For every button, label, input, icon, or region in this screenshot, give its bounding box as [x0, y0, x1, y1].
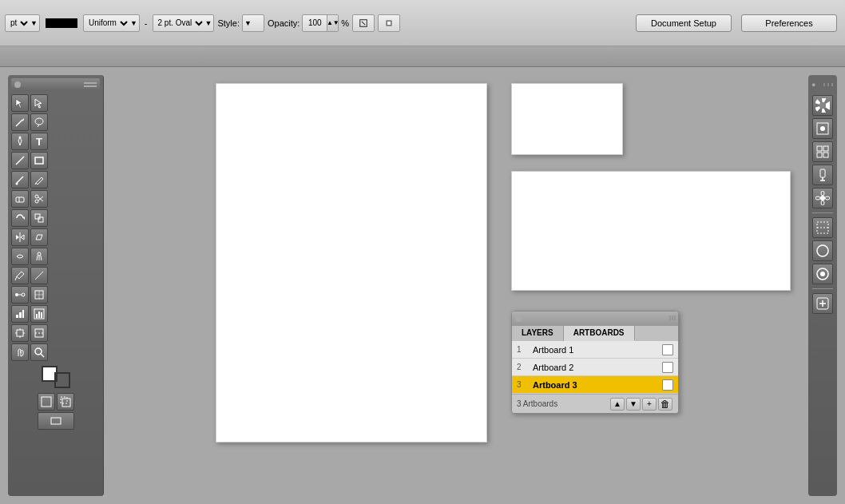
pen-icon: [14, 136, 26, 147]
zoom-tool[interactable]: [30, 343, 48, 361]
slice-tool[interactable]: [30, 324, 48, 342]
magic-wand-tool[interactable]: [11, 113, 29, 131]
puppet-warp-tool[interactable]: [30, 248, 48, 265]
svg-rect-51: [61, 397, 67, 403]
tab-layers[interactable]: LAYERS: [512, 326, 564, 341]
icon-btn-1[interactable]: [352, 14, 375, 32]
svg-rect-10: [35, 157, 43, 164]
shear-tool[interactable]: [30, 228, 48, 246]
icon2-svg: [385, 18, 393, 29]
icon1-svg: [359, 18, 367, 29]
stroke-type-select[interactable]: Uniform: [85, 15, 130, 31]
panel-resize-handle[interactable]: [84, 82, 97, 87]
stroke-panel-btn[interactable]: [812, 217, 833, 238]
transform-panel-btn[interactable]: [812, 264, 833, 284]
grid-panel-btn[interactable]: [812, 141, 833, 162]
scale-icon: [34, 212, 45, 224]
plugins-panel-btn[interactable]: [812, 165, 833, 185]
right-panel-resize-icon[interactable]: [823, 81, 834, 88]
right-panel-divider-2: [812, 288, 833, 289]
zoom-icon: [34, 347, 45, 358]
style-selector[interactable]: ▼: [242, 14, 264, 32]
tool-row-1: [11, 94, 100, 112]
svg-marker-5: [22, 118, 24, 121]
lasso-tool[interactable]: [30, 113, 48, 131]
add-panel-btn[interactable]: [812, 293, 833, 314]
opacity-input[interactable]: 100: [303, 15, 327, 31]
pencil-tool[interactable]: [30, 171, 48, 189]
brush-panel-btn[interactable]: [812, 118, 833, 139]
artboard-row-1[interactable]: 1 Artboard 1: [512, 341, 678, 359]
graph-tool[interactable]: [11, 305, 29, 323]
hand-tool[interactable]: [11, 343, 29, 361]
right-panel-dot: ●: [811, 81, 815, 89]
rotate-tool[interactable]: [11, 209, 29, 227]
appearance-panel-btn[interactable]: [812, 240, 833, 261]
artboard-name-3: Artboard 3: [533, 380, 657, 390]
fill-stroke-area: [11, 366, 100, 388]
eraser-tool[interactable]: [11, 190, 29, 208]
icon-btn-2[interactable]: [378, 14, 400, 32]
move-down-button[interactable]: ▼: [626, 398, 641, 411]
text-tool[interactable]: T: [30, 133, 48, 150]
normal-mode[interactable]: [38, 393, 55, 411]
chart-tool[interactable]: [30, 305, 48, 323]
svg-rect-63: [817, 146, 822, 151]
delete-artboard-button[interactable]: 🗑: [658, 398, 672, 411]
svg-rect-49: [42, 397, 51, 407]
artboard-icon-2: [662, 362, 673, 373]
behind-mode[interactable]: [57, 393, 74, 411]
panel-resize-handle[interactable]: [668, 314, 676, 322]
svg-rect-37: [36, 314, 38, 318]
document-setup-button[interactable]: Document Setup: [636, 14, 732, 32]
blend-tool[interactable]: [11, 286, 29, 304]
measure-tool[interactable]: [30, 267, 48, 284]
svg-line-24: [15, 276, 17, 280]
stroke-size-select[interactable]: 2 pt. Oval: [155, 15, 205, 31]
svg-point-73: [815, 196, 820, 200]
mesh-tool[interactable]: [30, 286, 48, 304]
tool-row-8: [11, 228, 100, 246]
scissors-icon: [34, 193, 45, 204]
warp-tool[interactable]: [11, 248, 29, 265]
scissors-tool[interactable]: [30, 190, 48, 208]
scale-tool[interactable]: [30, 209, 48, 227]
unit-selector[interactable]: pt ▼: [5, 14, 40, 32]
paintbrush-tool[interactable]: [11, 171, 29, 189]
svg-point-28: [22, 293, 25, 296]
svg-rect-20: [35, 214, 40, 219]
pen-tool[interactable]: [11, 133, 29, 150]
svg-point-11: [16, 183, 18, 185]
symbols-panel-btn[interactable]: [812, 188, 833, 208]
artboard-row-2[interactable]: 2 Artboard 2: [512, 359, 678, 376]
line-tool[interactable]: [11, 152, 29, 169]
artboard-tool[interactable]: [11, 324, 29, 342]
rect-tool[interactable]: [30, 152, 48, 169]
move-up-button[interactable]: ▲: [610, 398, 625, 411]
screen-mode-btn[interactable]: [38, 412, 74, 430]
rect-icon: [34, 155, 45, 166]
artboard-row-3[interactable]: 3 Artboard 3: [512, 376, 678, 394]
opacity-increment[interactable]: ▲▼: [327, 15, 338, 31]
stroke-size-selector[interactable]: 2 pt. Oval ▼: [153, 14, 215, 32]
tab-artboards[interactable]: ARTBOARDS: [564, 326, 635, 341]
svg-point-27: [15, 293, 18, 296]
eyedropper-tool[interactable]: [11, 267, 29, 284]
svg-rect-64: [823, 146, 828, 151]
preferences-button[interactable]: Preferences: [741, 14, 837, 32]
unit-select[interactable]: pt: [7, 15, 30, 31]
color-panel-btn[interactable]: [812, 95, 833, 116]
svg-rect-75: [817, 222, 828, 233]
svg-rect-52: [51, 418, 61, 424]
new-artboard-button[interactable]: +: [642, 398, 657, 411]
opacity-container: Opacity: 100 ▲▼ %: [268, 14, 349, 32]
paintbrush-icon: [14, 174, 26, 185]
stroke-swatch[interactable]: [54, 372, 70, 388]
svg-point-71: [821, 191, 824, 196]
reflect-tool[interactable]: [11, 228, 29, 246]
eyedropper-icon: [14, 270, 26, 281]
direct-selection-tool[interactable]: [30, 94, 48, 112]
svg-rect-66: [823, 153, 828, 157]
stroke-type-selector[interactable]: Uniform ▼: [83, 14, 140, 32]
selection-tool[interactable]: [11, 94, 29, 112]
